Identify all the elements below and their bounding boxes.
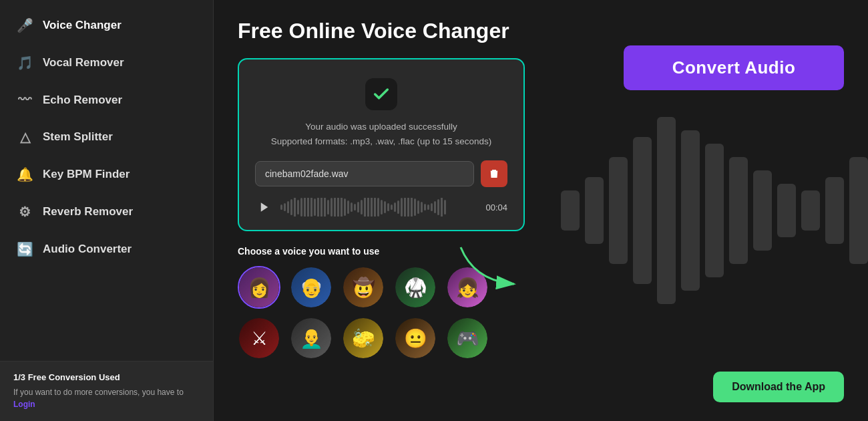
conversion-title: 1/3 Free Conversion Used bbox=[13, 372, 200, 382]
main-content: Free Online Voice Changer Your audio was… bbox=[214, 0, 868, 421]
svg-marker-0 bbox=[261, 202, 268, 212]
avatar-inner-10: 🎮 bbox=[447, 318, 487, 358]
sidebar-icon-vocal-remover: 🎵 bbox=[16, 55, 33, 71]
duration: 00:04 bbox=[485, 202, 507, 213]
avatar-inner-6: ⚔ bbox=[239, 318, 279, 358]
page-title: Free Online Voice Changer bbox=[238, 19, 844, 43]
waveform bbox=[280, 198, 479, 217]
sidebar-label-audio-converter: Audio Converter bbox=[43, 243, 132, 256]
voice-chooser-label: Choose a voice you want to use bbox=[238, 246, 844, 257]
voice-row-2: ⚔👨‍🦲🧽😐🎮 bbox=[238, 317, 844, 360]
play-button[interactable] bbox=[255, 198, 274, 217]
voice-avatar-9[interactable]: 😐 bbox=[394, 317, 437, 360]
sidebar-icon-voice-changer: 🎤 bbox=[16, 17, 33, 33]
voice-avatar-8[interactable]: 🧽 bbox=[342, 317, 385, 360]
voice-row-1: 👩👴🤠🥋👧 bbox=[238, 266, 844, 309]
conversion-notice: 1/3 Free Conversion Used If you want to … bbox=[0, 361, 213, 421]
voice-avatar-6[interactable]: ⚔ bbox=[238, 317, 280, 360]
sidebar-label-vocal-remover: Vocal Remover bbox=[43, 56, 124, 69]
login-link[interactable]: Login bbox=[13, 400, 35, 409]
avatar-inner-3: 🤠 bbox=[343, 267, 383, 307]
avatar-inner-4: 🥋 bbox=[395, 267, 435, 307]
sidebar-item-voice-changer[interactable]: 🎤 Voice Changer bbox=[0, 7, 213, 44]
sidebar-icon-reverb-remover: ⚙ bbox=[16, 204, 33, 220]
sidebar-icon-audio-converter: 🔄 bbox=[16, 241, 33, 257]
sidebar-icon-key-bpm-finder: 🔔 bbox=[16, 166, 33, 182]
success-icon bbox=[365, 78, 397, 110]
avatar-inner-8: 🧽 bbox=[343, 318, 383, 358]
file-name: cinebam02fade.wav bbox=[255, 161, 474, 186]
sidebar: 🎤 Voice Changer 🎵 Vocal Remover 〰 Echo R… bbox=[0, 0, 214, 421]
voice-chooser: Choose a voice you want to use 👩👴🤠🥋👧 ⚔👨‍… bbox=[238, 246, 844, 360]
avatar-inner-9: 😐 bbox=[395, 318, 435, 358]
download-app-button[interactable]: Download the App bbox=[713, 372, 844, 402]
voice-avatar-7[interactable]: 👨‍🦲 bbox=[290, 317, 333, 360]
sidebar-icon-stem-splitter: △ bbox=[16, 129, 33, 145]
sidebar-label-stem-splitter: Stem Splitter bbox=[43, 130, 113, 144]
voice-avatar-5[interactable]: 👧 bbox=[446, 266, 489, 309]
sidebar-item-reverb-remover[interactable]: ⚙ Reverb Remover bbox=[0, 193, 213, 231]
voice-avatar-4[interactable]: 🥋 bbox=[394, 266, 437, 309]
sidebar-label-reverb-remover: Reverb Remover bbox=[43, 205, 133, 219]
voice-avatar-10[interactable]: 🎮 bbox=[446, 317, 489, 360]
sidebar-item-stem-splitter[interactable]: △ Stem Splitter bbox=[0, 118, 213, 156]
sidebar-item-vocal-remover[interactable]: 🎵 Vocal Remover bbox=[0, 44, 213, 82]
sidebar-label-echo-remover: Echo Remover bbox=[43, 94, 122, 107]
voice-avatar-2[interactable]: 👴 bbox=[290, 266, 333, 309]
sidebar-nav: 🎤 Voice Changer 🎵 Vocal Remover 〰 Echo R… bbox=[0, 0, 213, 361]
upload-area: Your audio was uploaded successfully Sup… bbox=[238, 58, 525, 231]
voice-avatar-3[interactable]: 🤠 bbox=[342, 266, 385, 309]
delete-button[interactable] bbox=[481, 160, 507, 187]
voice-grid: 👩👴🤠🥋👧 ⚔👨‍🦲🧽😐🎮 bbox=[238, 266, 844, 360]
avatar-inner-1: 👩 bbox=[239, 267, 279, 307]
sidebar-icon-echo-remover: 〰 bbox=[16, 92, 33, 108]
sidebar-item-key-bpm-finder[interactable]: 🔔 Key BPM Finder bbox=[0, 156, 213, 193]
conversion-desc: If you want to do more conversions, you … bbox=[13, 386, 200, 410]
avatar-inner-2: 👴 bbox=[291, 267, 331, 307]
avatar-inner-5: 👧 bbox=[447, 267, 487, 307]
avatar-inner-7: 👨‍🦲 bbox=[291, 318, 331, 358]
sidebar-item-audio-converter[interactable]: 🔄 Audio Converter bbox=[0, 231, 213, 268]
audio-player: 00:04 bbox=[255, 198, 507, 217]
convert-button[interactable]: Convert Audio bbox=[624, 45, 844, 90]
voice-avatar-1[interactable]: 👩 bbox=[238, 266, 280, 309]
upload-message: Your audio was uploaded successfully Sup… bbox=[255, 120, 507, 148]
sidebar-item-echo-remover[interactable]: 〰 Echo Remover bbox=[0, 82, 213, 118]
file-row: cinebam02fade.wav bbox=[255, 160, 507, 187]
sidebar-label-voice-changer: Voice Changer bbox=[43, 19, 122, 32]
sidebar-label-key-bpm-finder: Key BPM Finder bbox=[43, 168, 130, 181]
